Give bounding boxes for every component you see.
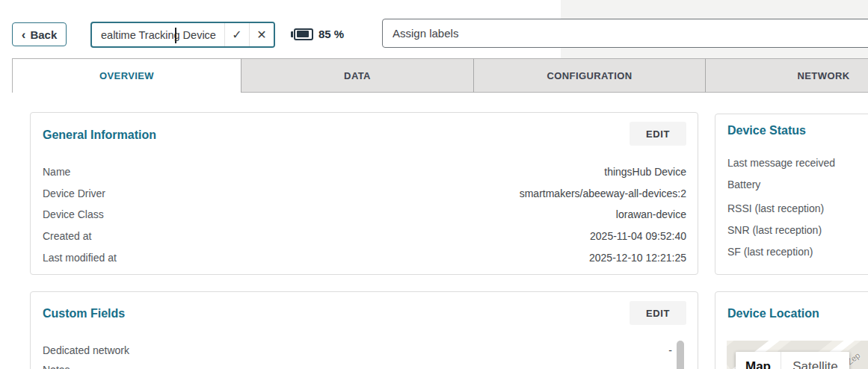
field-label: Dedicated network xyxy=(43,344,129,356)
status-label: RSSI (last reception) xyxy=(727,202,824,214)
edit-general-info-button[interactable]: EDIT xyxy=(630,122,686,146)
battery-status: 85 % xyxy=(291,28,344,40)
device-name-input[interactable]: ealtime Tracking Device xyxy=(92,23,224,46)
cancel-rename-button[interactable]: ✕ xyxy=(249,23,274,46)
card-title: Device Location xyxy=(727,307,819,320)
field-label: Last modified at xyxy=(43,252,117,264)
field-value: 2025-12-10 12:21:25 xyxy=(589,252,686,264)
field-label: Device Class xyxy=(43,208,104,220)
field-label: Name xyxy=(43,166,70,178)
map-canvas[interactable]: Zep Map Satellite xyxy=(727,341,868,369)
device-location-card: Device Location Zep Map Satellite xyxy=(715,291,868,369)
confirm-rename-button[interactable]: ✓ xyxy=(224,23,249,46)
status-label: Battery xyxy=(727,179,760,190)
map-view-button[interactable]: Map xyxy=(736,352,781,369)
back-button-label: Back xyxy=(30,28,57,41)
assign-labels-input[interactable] xyxy=(382,19,868,48)
battery-percent-label: 85 % xyxy=(318,28,344,40)
field-label: Notes xyxy=(43,364,70,369)
check-icon: ✓ xyxy=(232,28,241,42)
back-chevron-icon: ‹ xyxy=(22,28,26,41)
card-title: General Information xyxy=(43,128,156,142)
custom-fields-card: Custom Fields EDIT Dedicated network - N… xyxy=(30,291,698,369)
text-caret xyxy=(175,28,176,43)
tab-configuration[interactable]: CONFIGURATION xyxy=(474,58,706,93)
field-label: Created at xyxy=(43,230,91,242)
battery-icon xyxy=(291,28,313,40)
back-button[interactable]: ‹ Back xyxy=(12,22,67,46)
field-label: Device Driver xyxy=(43,187,105,199)
edit-custom-fields-button[interactable]: EDIT xyxy=(630,301,686,325)
satellite-view-button[interactable]: Satellite xyxy=(781,352,849,369)
field-value: - xyxy=(668,344,672,356)
card-title: Device Status xyxy=(727,124,806,137)
device-detail-page: ‹ Back ealtime Tracking Device ✓ ✕ 85 % … xyxy=(0,0,868,369)
field-value: smartmakers/abeeway-all-devices:2 xyxy=(520,187,686,199)
status-label: Last message received xyxy=(727,157,835,169)
tab-network[interactable]: NETWORK xyxy=(706,58,868,93)
general-information-card: General Information EDIT Name thingsHub … xyxy=(30,112,698,275)
device-name-edit-group: ealtime Tracking Device ✓ ✕ xyxy=(90,22,275,48)
scrollbar-thumb[interactable] xyxy=(677,341,684,369)
close-icon: ✕ xyxy=(256,28,266,42)
status-label: SNR (last reception) xyxy=(727,224,822,236)
device-status-card: Device Status Last message received Batt… xyxy=(715,114,868,275)
field-value: thingsHub Device xyxy=(604,166,686,178)
map-type-control: Map Satellite xyxy=(736,352,849,369)
field-value: lorawan-device xyxy=(616,208,686,220)
card-title: Custom Fields xyxy=(43,307,125,320)
field-value: 2025-11-04 09:52:40 xyxy=(590,230,686,242)
tab-bar: OVERVIEW DATA CONFIGURATION NETWORK xyxy=(12,58,868,93)
status-label: SF (last reception) xyxy=(727,246,813,258)
tab-overview[interactable]: OVERVIEW xyxy=(12,58,241,93)
tab-data[interactable]: DATA xyxy=(241,58,474,93)
